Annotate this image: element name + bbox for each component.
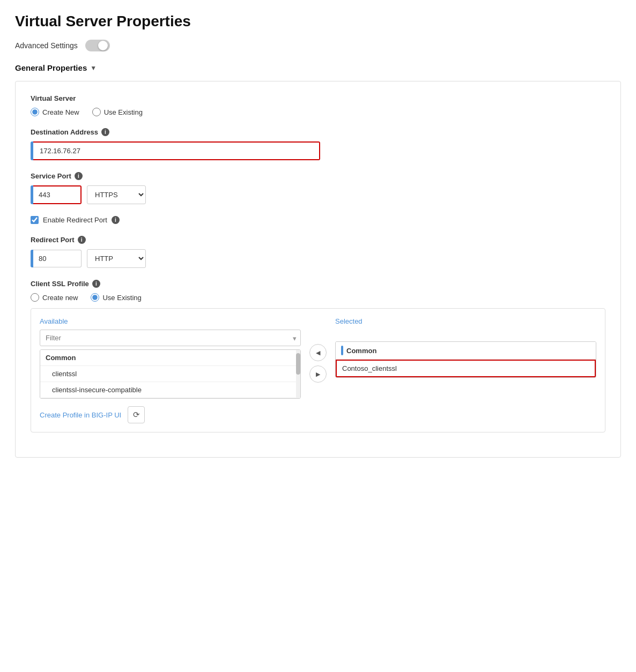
enable-redirect-port-checkbox[interactable]: [31, 216, 39, 224]
virtual-server-use-existing[interactable]: Use Existing: [92, 108, 143, 116]
refresh-button[interactable]: ⟳: [128, 406, 145, 423]
selected-list-box: Common Contoso_clientssl: [335, 341, 596, 378]
selected-group-name: Common: [346, 347, 376, 355]
toggle-track: [85, 40, 110, 51]
destination-address-input-wrap: [31, 141, 320, 160]
available-scrollbar-thumb: [296, 353, 300, 375]
general-properties-label: General Properties: [15, 63, 87, 72]
create-profile-link[interactable]: Create Profile in BIG-IP UI: [40, 411, 121, 419]
available-scrollbar[interactable]: [296, 350, 300, 398]
general-properties-header[interactable]: General Properties ▼: [15, 63, 621, 72]
use-existing-label: Use Existing: [104, 108, 143, 116]
virtual-server-radio-group: Create New Use Existing: [31, 108, 605, 116]
redirect-port-label: Redirect Port i: [31, 236, 605, 244]
redirect-port-info-icon[interactable]: i: [78, 236, 86, 244]
selected-group-blue-bar: [341, 346, 343, 355]
profile-cols: Available ▾ Common clientssl clientssl-i…: [40, 317, 596, 399]
virtual-server-field: Virtual Server Create New Use Existing: [31, 94, 605, 116]
advanced-settings-toggle[interactable]: [85, 40, 110, 51]
available-item-clientssl[interactable]: clientssl: [40, 366, 300, 382]
redirect-port-field: Redirect Port i HTTP HTTPS FTP OTHER: [31, 236, 605, 268]
service-protocol-select[interactable]: HTTPS HTTP FTP SMTP OTHER: [87, 185, 146, 204]
destination-address-info-icon[interactable]: i: [101, 128, 109, 136]
page-title: Virtual Server Properties: [15, 13, 621, 30]
client-ssl-use-existing-label: Use Existing: [102, 294, 141, 302]
destination-address-field: Destination Address i: [31, 128, 605, 160]
transfer-col: ◀ ▶: [309, 317, 327, 383]
selected-col-title: Selected: [335, 317, 596, 325]
chevron-down-icon: ▼: [90, 64, 97, 72]
filter-icon: ▾: [293, 334, 297, 342]
available-group-common[interactable]: Common: [40, 350, 300, 366]
filter-input[interactable]: [40, 330, 301, 346]
service-port-input[interactable]: [33, 185, 82, 204]
toggle-thumb: [98, 41, 108, 50]
selected-column: Selected Common Contoso_clientssl: [335, 317, 596, 378]
client-ssl-profile-label: Client SSL Profile i: [31, 280, 605, 288]
client-ssl-use-existing[interactable]: Use Existing: [91, 293, 141, 302]
service-port-input-wrap: [31, 185, 82, 204]
available-list-box: Common clientssl clientssl-insecure-comp…: [40, 349, 301, 399]
client-ssl-radio-group: Create new Use Existing: [31, 293, 605, 302]
advanced-settings-label: Advanced Settings: [15, 41, 78, 50]
service-port-field: Service Port i HTTPS HTTP FTP SMTP OTHER: [31, 172, 605, 204]
selected-item-contoso[interactable]: Contoso_clientssl: [336, 360, 596, 377]
available-column: Available ▾ Common clientssl clientssl-i…: [40, 317, 301, 399]
available-list-inner: Common clientssl clientssl-insecure-comp…: [40, 350, 300, 398]
service-port-info-icon[interactable]: i: [75, 172, 83, 180]
redirect-port-input[interactable]: [33, 250, 82, 267]
transfer-right-button[interactable]: ▶: [309, 365, 327, 383]
service-port-row: HTTPS HTTP FTP SMTP OTHER: [31, 185, 605, 204]
destination-address-label: Destination Address i: [31, 128, 605, 136]
selected-group-common[interactable]: Common: [336, 342, 596, 360]
enable-redirect-port-label: Enable Redirect Port: [43, 216, 107, 224]
redirect-port-input-wrap: [31, 250, 82, 267]
client-ssl-create-new-label: Create new: [42, 294, 78, 302]
advanced-settings-row: Advanced Settings: [15, 40, 621, 51]
filter-input-wrap: ▾: [40, 330, 301, 346]
virtual-server-create-new[interactable]: Create New: [31, 108, 79, 116]
destination-address-input[interactable]: [33, 141, 320, 160]
profile-footer: Create Profile in BIG-IP UI ⟳: [40, 406, 596, 423]
redirect-port-row: HTTP HTTPS FTP OTHER: [31, 249, 605, 268]
virtual-server-label: Virtual Server: [31, 94, 605, 102]
service-port-label: Service Port i: [31, 172, 605, 180]
available-col-title: Available: [40, 317, 301, 325]
client-ssl-create-new[interactable]: Create new: [31, 293, 78, 302]
client-ssl-info-icon[interactable]: i: [92, 280, 100, 288]
profile-selector: Available ▾ Common clientssl clientssl-i…: [31, 308, 605, 432]
available-item-clientssl-insecure[interactable]: clientssl-insecure-compatible: [40, 382, 300, 398]
client-ssl-profile-field: Client SSL Profile i Create new Use Exis…: [31, 280, 605, 432]
general-properties-card: Virtual Server Create New Use Existing D…: [15, 81, 621, 458]
enable-redirect-port-row: Enable Redirect Port i: [31, 216, 605, 224]
create-new-label: Create New: [42, 108, 79, 116]
redirect-protocol-select[interactable]: HTTP HTTPS FTP OTHER: [87, 249, 146, 268]
enable-redirect-info-icon[interactable]: i: [112, 216, 120, 224]
transfer-left-button[interactable]: ◀: [309, 344, 327, 361]
